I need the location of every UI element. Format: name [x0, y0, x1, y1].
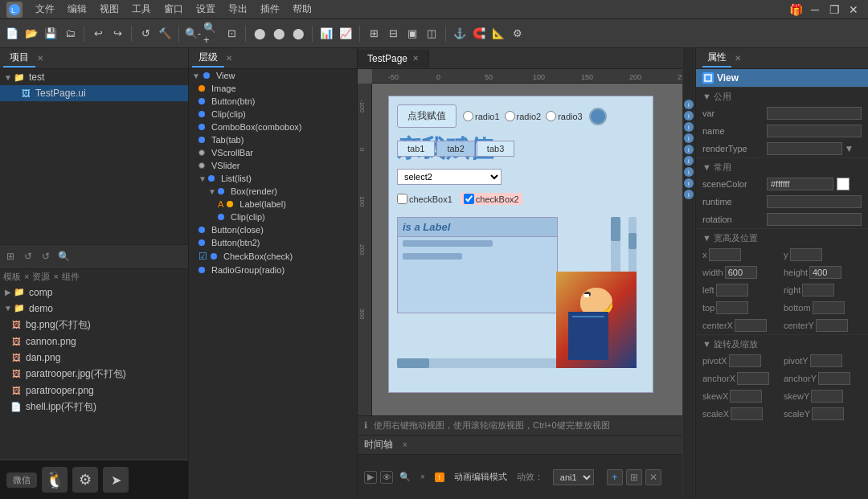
preview-button-assign[interactable]: 点我赋值 — [397, 104, 457, 128]
info-icon-9[interactable]: i — [684, 190, 694, 199]
layer-item-clip[interactable]: Clip(clip) — [189, 108, 357, 121]
prop-input-scenecolor[interactable] — [767, 178, 833, 190]
toolbar-new[interactable]: 📄 — [3, 25, 21, 43]
prop-input-var[interactable] — [767, 107, 862, 120]
anim-add-icon[interactable]: + — [607, 469, 623, 485]
input-skewx[interactable] — [730, 390, 762, 403]
menu-window[interactable]: 窗口 — [158, 1, 190, 18]
layer-item-button[interactable]: Button(btn) — [189, 95, 357, 108]
tree-folder-comp[interactable]: ▶ 📁 comp — [0, 284, 188, 301]
toolbar-extra[interactable]: ⚙ — [509, 25, 526, 43]
input-scalex[interactable] — [731, 407, 763, 420]
toolbar-zoom-in[interactable]: 🔍+ — [203, 25, 221, 43]
prop-input-name[interactable] — [767, 125, 862, 137]
tab-1[interactable]: tab1 — [397, 141, 435, 157]
input-centerx[interactable] — [735, 319, 767, 332]
list-item[interactable]: 🖼 dan.png — [0, 350, 188, 366]
layer-item-view[interactable]: ▼ View — [189, 69, 357, 82]
info-icon-8[interactable]: i — [684, 178, 694, 188]
layer-item-clip2[interactable]: Clip(clip) — [189, 211, 357, 223]
list-row-1[interactable]: is a Label — [398, 218, 557, 237]
toolbar-chart2[interactable]: 📈 — [337, 25, 354, 43]
info-icon-7[interactable]: i — [684, 167, 694, 177]
info-icon-3[interactable]: i — [684, 122, 694, 132]
task-weixin[interactable]: 微信 — [6, 472, 37, 488]
input-anchorx[interactable] — [737, 372, 769, 385]
menu-file[interactable]: 文件 — [29, 1, 61, 18]
anim-delete-icon[interactable]: ✕ — [645, 469, 661, 485]
list-item[interactable]: 🖼 cannon.png — [0, 333, 188, 350]
tab-project[interactable]: 项目 — [3, 49, 35, 67]
tab-properties[interactable]: 属性 — [702, 49, 731, 67]
layer-item-tab[interactable]: Tab(tab) — [189, 133, 357, 146]
toolbar-chart1[interactable]: 📊 — [317, 25, 335, 43]
filter-resource[interactable]: 资源 — [32, 271, 50, 283]
preview-select[interactable]: select2 — [397, 169, 502, 185]
menu-settings[interactable]: 设置 — [190, 1, 222, 18]
menu-tools[interactable]: 工具 — [125, 1, 158, 18]
list-row-2[interactable] — [398, 237, 557, 250]
anim-icon-eye[interactable]: 👁 — [380, 471, 393, 484]
color-swatch[interactable] — [837, 178, 850, 190]
panel-icon-refresh[interactable]: ↺ — [21, 249, 35, 264]
checkbox-2[interactable] — [464, 194, 474, 204]
layer-item-radiogroup[interactable]: RadioGroup(radio) — [189, 264, 357, 276]
input-pivotx[interactable] — [729, 354, 761, 367]
prop-input-runtime[interactable] — [767, 195, 862, 208]
toolbar-undo[interactable]: ↩ — [89, 25, 107, 43]
menu-view[interactable]: 视图 — [93, 1, 125, 18]
input-y[interactable] — [790, 248, 822, 261]
layer-item-checkbox[interactable]: ☑ CheckBox(check) — [189, 249, 357, 264]
input-pivoty[interactable] — [810, 354, 842, 367]
anim-icon-play[interactable]: ▶ — [364, 471, 377, 484]
prop-input-rotation[interactable] — [767, 213, 862, 226]
tree-folder-test[interactable]: ▼ 📁 test — [0, 69, 188, 85]
list-item[interactable]: 🖼 bg.png(不打包) — [0, 317, 188, 333]
input-height[interactable] — [809, 266, 841, 279]
anim-effect-select[interactable]: ani1 — [553, 469, 594, 485]
panel-icon-grid[interactable]: ⊞ — [3, 249, 18, 264]
tab-layer[interactable]: 层级 — [192, 49, 224, 67]
input-bottom[interactable] — [813, 301, 845, 314]
toolbar-save[interactable]: 💾 — [42, 25, 59, 43]
canvas-content[interactable]: 点我赋值 radio1 radio2 radio3 亲我赋值 — [372, 84, 682, 415]
menu-export[interactable]: 导出 — [222, 1, 254, 18]
panel-icon-undo[interactable]: ↺ — [39, 249, 53, 264]
radio-input-3[interactable] — [546, 111, 556, 121]
toolbar-build[interactable]: 🔨 — [156, 25, 174, 43]
input-width[interactable] — [725, 266, 757, 279]
radio-input-1[interactable] — [463, 111, 473, 121]
toolbar-grid1[interactable]: ⊞ — [365, 25, 383, 43]
minimize-button[interactable]: ─ — [807, 2, 823, 18]
input-right[interactable] — [802, 284, 834, 297]
tab-close-icon[interactable]: ✕ — [412, 54, 419, 63]
layer-item-btnclose[interactable]: Button(close) — [189, 223, 357, 236]
layer-item-vscroll[interactable]: VScrollBar — [189, 146, 357, 159]
layer-item-list[interactable]: ▼ List(list) — [189, 172, 357, 185]
panel-icon-search[interactable]: 🔍 — [56, 249, 71, 264]
menu-help[interactable]: 帮助 — [286, 1, 318, 18]
filter-component[interactable]: 组件 — [62, 271, 80, 283]
filter-template[interactable]: 模板 — [3, 271, 21, 283]
info-icon-4[interactable]: i — [684, 133, 694, 143]
toolbar-zoom-fit[interactable]: ⊡ — [223, 25, 240, 43]
input-skewy[interactable] — [811, 390, 843, 403]
menu-plugins[interactable]: 插件 — [254, 1, 286, 18]
toolbar-align-center[interactable]: ⬤ — [270, 25, 288, 43]
list-item[interactable]: 🖼 paratrooper.jpg(不打包) — [0, 366, 188, 382]
dropdown-arrow-icon[interactable]: ▼ — [844, 143, 854, 154]
list-row-3[interactable] — [398, 250, 557, 263]
layer-item-image[interactable]: Image — [189, 82, 357, 95]
task-icon-qq[interactable]: 🐧 — [42, 467, 68, 493]
layer-tab-close[interactable]: ✕ — [226, 54, 232, 63]
radio-input-2[interactable] — [505, 111, 515, 121]
toolbar-align-left[interactable]: ⬤ — [251, 25, 268, 43]
input-anchory[interactable] — [818, 372, 850, 385]
toolbar-snap[interactable]: 🧲 — [470, 25, 488, 43]
toolbar-align-right[interactable]: ⬤ — [289, 25, 307, 43]
anim-copy-icon[interactable]: ⊞ — [626, 469, 642, 485]
properties-tab-close[interactable]: ✕ — [735, 54, 741, 63]
layer-item-btn2[interactable]: Button(btn2) — [189, 236, 357, 249]
task-icon-settings[interactable]: ⚙ — [72, 467, 98, 493]
toolbar-redo[interactable]: ↪ — [108, 25, 126, 43]
